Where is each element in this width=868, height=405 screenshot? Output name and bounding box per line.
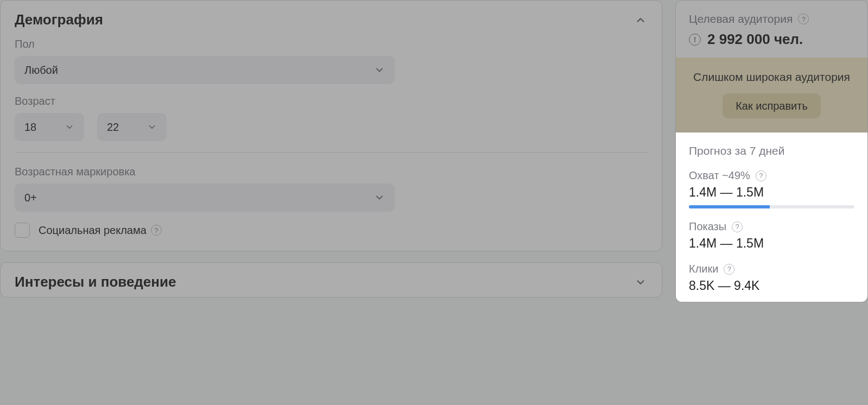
interests-title: Интересы и поведение	[15, 274, 176, 290]
gender-label: Пол	[15, 38, 648, 50]
age-to-value: 22	[107, 121, 119, 134]
audience-warning-panel: Слишком широкая аудитория Как исправить	[676, 58, 867, 132]
reach-label: Охват ~49%	[689, 169, 750, 182]
age-marking-select[interactable]: 0+	[15, 183, 395, 212]
clicks-value: 8.5K — 9.4K	[689, 279, 854, 293]
age-field: Возраст 18 22	[15, 95, 648, 141]
impressions-metric: Показы 1.4M — 1.5M	[689, 220, 854, 251]
how-to-fix-button[interactable]: Как исправить	[723, 93, 821, 118]
social-ad-row: Социальная реклама	[15, 223, 648, 238]
reach-progress-fill	[689, 205, 770, 208]
interests-card: Интересы и поведение	[0, 262, 662, 298]
demographics-card: Демография Пол Любой Возраст 1	[0, 0, 662, 251]
age-marking-value: 0+	[24, 192, 37, 204]
demographics-title: Демография	[15, 11, 103, 28]
interests-header[interactable]: Интересы и поведение	[15, 274, 648, 290]
forecast-panel: Прогноз за 7 дней Охват ~49% 1.4M — 1.5M…	[676, 132, 867, 302]
age-to-select[interactable]: 22	[97, 113, 167, 141]
forecast-title: Прогноз за 7 дней	[689, 144, 854, 157]
gender-value: Любой	[24, 64, 58, 77]
audience-summary: Целевая аудитория 2 992 000 чел.	[676, 1, 867, 48]
age-from-value: 18	[24, 121, 36, 134]
help-icon[interactable]	[798, 14, 809, 24]
impressions-value: 1.4M — 1.5M	[689, 236, 854, 251]
gender-field: Пол Любой	[15, 38, 648, 84]
age-marking-field: Возрастная маркировка 0+	[15, 166, 648, 212]
audience-side-card: Целевая аудитория 2 992 000 чел. Слишком…	[675, 0, 868, 302]
warning-icon	[689, 34, 701, 46]
reach-value: 1.4M — 1.5M	[689, 185, 854, 200]
age-label: Возраст	[15, 95, 648, 107]
clicks-label: Клики	[689, 263, 718, 275]
impressions-label: Показы	[689, 220, 726, 233]
audience-label: Целевая аудитория	[689, 12, 793, 26]
chevron-down-icon[interactable]	[633, 275, 648, 289]
social-ad-label-wrap: Социальная реклама	[39, 224, 162, 237]
demographics-header[interactable]: Демография	[15, 11, 648, 28]
social-ad-label: Социальная реклама	[39, 224, 147, 237]
help-icon[interactable]	[732, 222, 743, 232]
clicks-metric: Клики 8.5K — 9.4K	[689, 263, 854, 293]
reach-metric: Охват ~49% 1.4M — 1.5M	[689, 169, 854, 208]
social-ad-checkbox[interactable]	[15, 223, 30, 238]
help-icon[interactable]	[724, 264, 734, 275]
age-marking-label: Возрастная маркировка	[15, 166, 648, 178]
age-from-select[interactable]: 18	[15, 113, 84, 141]
chevron-down-icon	[374, 192, 385, 203]
chevron-down-icon	[65, 122, 74, 132]
chevron-down-icon	[147, 122, 157, 132]
audience-warning-text: Слишком широкая аудитория	[686, 69, 858, 85]
chevron-up-icon[interactable]	[633, 13, 648, 27]
help-icon[interactable]	[756, 170, 766, 181]
divider	[15, 152, 648, 153]
reach-progress	[689, 205, 854, 208]
gender-select[interactable]: Любой	[15, 56, 395, 84]
chevron-down-icon	[374, 65, 385, 75]
audience-count: 2 992 000 чел.	[707, 31, 803, 48]
help-icon[interactable]	[151, 225, 162, 236]
